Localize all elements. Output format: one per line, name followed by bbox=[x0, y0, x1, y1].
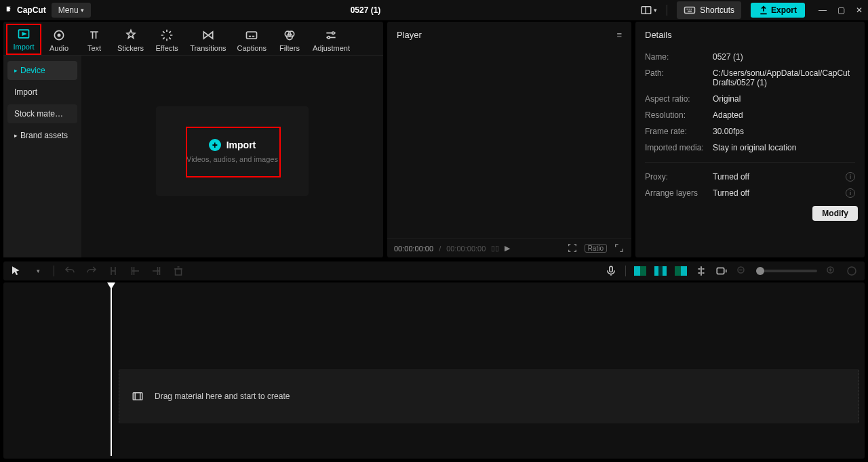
track-lane-empty[interactable]: Drag material here and start to create bbox=[119, 369, 859, 423]
player-header: Player bbox=[397, 30, 422, 40]
play-icon[interactable]: ▶ bbox=[505, 244, 510, 253]
tab-stickers[interactable]: Stickers bbox=[112, 24, 149, 55]
import-icon bbox=[17, 27, 31, 41]
focus-icon[interactable] bbox=[567, 243, 578, 255]
svg-point-4 bbox=[58, 34, 60, 36]
magnet-right-icon[interactable] bbox=[675, 265, 687, 277]
magnet-left-icon[interactable] bbox=[634, 265, 646, 277]
split-icon[interactable] bbox=[107, 265, 119, 277]
audio-icon bbox=[52, 28, 66, 42]
timeline-area[interactable]: Drag material here and start to create bbox=[3, 282, 865, 459]
player-panel: Player ≡ 00:00:00:00 / 00:00:00:00 ▯▯ ▶ … bbox=[387, 22, 631, 257]
svg-rect-17 bbox=[133, 393, 142, 400]
time-total: 00:00:00:00 bbox=[446, 245, 486, 253]
delete-icon[interactable] bbox=[172, 265, 184, 277]
sidebar-item-stock[interactable]: Stock mate… bbox=[7, 104, 77, 123]
details-header: Details bbox=[645, 30, 672, 40]
captions-icon bbox=[245, 28, 258, 42]
detail-resolution: Resolution: Adapted bbox=[645, 110, 855, 120]
zoom-out-icon[interactable] bbox=[736, 265, 748, 277]
svg-point-9 bbox=[332, 32, 334, 34]
transitions-icon bbox=[201, 28, 215, 42]
detail-name: Name: 0527 (1) bbox=[645, 52, 855, 62]
align-icon[interactable] bbox=[695, 265, 707, 277]
export-button[interactable]: Export bbox=[751, 3, 805, 18]
info-icon[interactable]: i bbox=[846, 188, 855, 198]
svg-rect-5 bbox=[247, 32, 257, 39]
zoom-fit-icon[interactable] bbox=[846, 265, 858, 277]
sidebar-item-brand[interactable]: ▸ Brand assets bbox=[7, 126, 77, 145]
preview-icon[interactable] bbox=[715, 265, 728, 277]
svg-rect-11 bbox=[176, 269, 182, 275]
chevron-right-icon: ▸ bbox=[14, 132, 18, 139]
menu-button[interactable]: Menu ▾ bbox=[52, 3, 91, 18]
detail-layers: Arrange layers Turned off i bbox=[645, 188, 855, 198]
tab-audio[interactable]: Audio bbox=[41, 24, 77, 55]
detail-proxy: Proxy: Turned off i bbox=[645, 172, 855, 182]
shortcuts-button[interactable]: Shortcuts bbox=[677, 1, 741, 19]
upload-icon bbox=[759, 5, 768, 15]
detail-imported-media: Imported media: Stay in original locatio… bbox=[645, 143, 855, 152]
app-logo: CapCut bbox=[5, 5, 46, 15]
media-sidebar: ▸ Device Import Stock mate… ▸ Brand asse… bbox=[3, 56, 81, 257]
import-subtitle: Videos, audios, and images bbox=[186, 155, 278, 163]
timeline-hint: Drag material here and start to create bbox=[155, 392, 290, 401]
layout-icon[interactable]: ▾ bbox=[640, 4, 657, 16]
titlebar: CapCut Menu ▾ 0527 (1) ▾ Shortcuts Expor… bbox=[0, 0, 868, 20]
timeline-toolbar: ▾ bbox=[3, 261, 865, 280]
pointer-tool-icon[interactable] bbox=[10, 265, 22, 277]
effects-icon bbox=[160, 28, 174, 42]
magnet-center-icon[interactable] bbox=[654, 265, 667, 277]
svg-rect-12 bbox=[610, 266, 613, 272]
trim-right-icon[interactable] bbox=[151, 265, 163, 277]
detail-framerate: Frame rate: 30.00fps bbox=[645, 127, 855, 136]
media-icon bbox=[132, 390, 144, 402]
highlight-box bbox=[186, 127, 281, 177]
tab-filters[interactable]: Filters bbox=[272, 24, 307, 55]
stickers-icon bbox=[124, 28, 138, 42]
player-menu-icon[interactable]: ≡ bbox=[616, 30, 622, 40]
sidebar-item-device[interactable]: ▸ Device bbox=[7, 61, 77, 80]
info-icon[interactable]: i bbox=[846, 172, 855, 182]
svg-rect-13 bbox=[717, 268, 724, 274]
filters-icon bbox=[283, 28, 296, 42]
close-button[interactable]: ✕ bbox=[856, 5, 863, 15]
keyboard-icon bbox=[684, 4, 696, 16]
redo-icon[interactable] bbox=[85, 265, 98, 277]
tool-dropdown-icon[interactable]: ▾ bbox=[32, 265, 44, 277]
fullscreen-icon[interactable] bbox=[614, 243, 625, 255]
minimize-button[interactable]: — bbox=[818, 5, 827, 15]
time-current: 00:00:00:00 bbox=[394, 245, 433, 253]
zoom-slider[interactable] bbox=[756, 270, 817, 272]
import-title: Import bbox=[226, 140, 256, 150]
compare-icon[interactable]: ▯▯ bbox=[491, 244, 499, 253]
tab-effects[interactable]: Effects bbox=[149, 24, 184, 55]
details-panel: Details Name: 0527 (1) Path: C:/Users/so… bbox=[635, 22, 865, 257]
bullet-icon: ▸ bbox=[14, 67, 18, 74]
tab-adjustment[interactable]: Adjustment bbox=[307, 24, 355, 55]
maximize-button[interactable]: ▢ bbox=[837, 5, 845, 15]
player-viewport bbox=[387, 48, 631, 238]
chevron-down-icon: ▾ bbox=[81, 7, 84, 14]
svg-point-16 bbox=[848, 267, 856, 275]
mic-icon[interactable] bbox=[605, 265, 617, 277]
tab-transitions[interactable]: Transitions bbox=[184, 24, 231, 55]
trim-left-icon[interactable] bbox=[129, 265, 141, 277]
modify-button[interactable]: Modify bbox=[812, 206, 858, 221]
playhead[interactable] bbox=[111, 287, 112, 456]
media-panel: Import Audio Text Stickers bbox=[3, 22, 383, 257]
tab-text[interactable]: Text bbox=[77, 24, 112, 55]
detail-path: Path: C:/Users/sonu/AppData/Local/CapCut… bbox=[645, 68, 855, 87]
ratio-button[interactable]: Ratio bbox=[585, 244, 607, 253]
import-drop-zone[interactable]: + Import Videos, audios, and images bbox=[156, 106, 309, 196]
undo-icon[interactable] bbox=[64, 265, 76, 277]
svg-point-10 bbox=[328, 37, 330, 39]
zoom-in-icon[interactable] bbox=[825, 265, 837, 277]
svg-rect-1 bbox=[685, 7, 695, 14]
tab-captions[interactable]: Captions bbox=[232, 24, 272, 55]
tool-tabs: Import Audio Text Stickers bbox=[3, 22, 383, 56]
sidebar-item-import[interactable]: Import bbox=[7, 83, 77, 102]
tab-import[interactable]: Import bbox=[6, 24, 41, 55]
adjustment-icon bbox=[324, 28, 338, 42]
text-icon bbox=[87, 28, 101, 42]
